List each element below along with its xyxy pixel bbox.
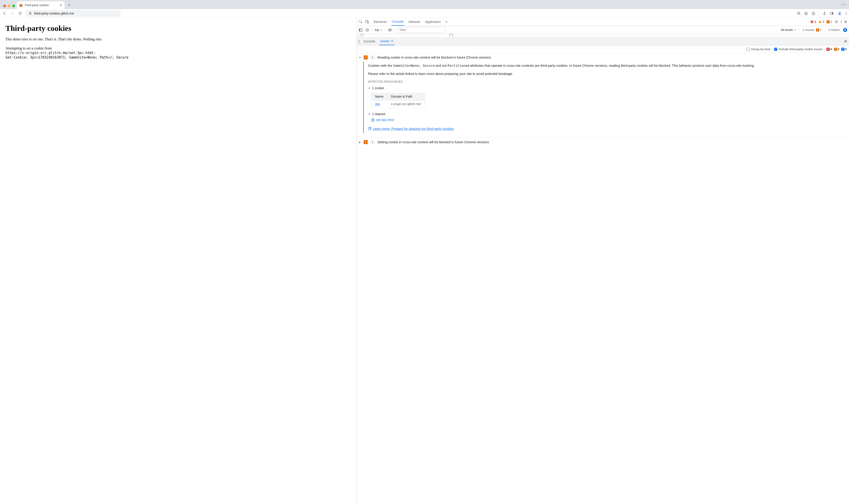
separator (819, 11, 819, 15)
filter-input[interactable] (398, 27, 445, 33)
issues-warn-count: !2 (834, 48, 839, 51)
group-by-kind-checkbox[interactable]: Group by kind (746, 48, 770, 51)
code-line-2: Set-Cookie: 3pc=1703240163971; SameSite=… (5, 55, 351, 59)
svg-point-11 (846, 13, 847, 14)
issue-paragraph-2: Please refer to the article linked to le… (368, 71, 846, 76)
gear-icon[interactable] (834, 20, 838, 24)
devtools-close-icon[interactable] (844, 20, 847, 23)
forward-button[interactable] (10, 11, 15, 16)
disclosure-triangle-icon[interactable]: ▼ (359, 56, 361, 59)
kebab-menu-icon[interactable] (846, 12, 847, 15)
page-title: Third-party cookies (5, 24, 351, 33)
sidebar-toggle-icon[interactable] (359, 28, 363, 32)
drawer-kebab-icon[interactable] (359, 39, 359, 43)
drawer-close-icon[interactable] (844, 40, 847, 43)
window-maximize-button[interactable] (12, 4, 15, 7)
bookmark-icon[interactable] (804, 12, 808, 15)
issue-paragraph-1: Cookies with the SameSite=None; Secure a… (368, 63, 846, 68)
include-3pc-checkbox[interactable]: ✓Include third-party cookie issues (774, 48, 823, 51)
svg-point-30 (359, 42, 359, 43)
device-toggle-icon[interactable] (365, 20, 369, 24)
svg-point-22 (841, 22, 842, 23)
requests-disclosure[interactable]: ▼1 request (368, 112, 846, 117)
console-settings-icon[interactable]: ⚙ (843, 28, 847, 32)
svg-point-10 (846, 12, 847, 13)
window-buttons (2, 4, 17, 9)
console-toolbar: top All levels 2 Issues: !2 3 hidden ⚙ (357, 26, 849, 34)
issues-body: ▼ ! 1 Reading cookie in cross-site conte… (357, 53, 849, 504)
hidden-count[interactable]: 3 hidden (828, 28, 840, 32)
devtools-tabs: Elements Console Network Application » 1… (357, 18, 849, 26)
issue-2-header[interactable]: ▶ ! 1 Setting cookie in cross-site conte… (357, 139, 849, 145)
request-link[interactable]: set-3pc.html (371, 118, 846, 122)
cookie-table-header-name: Name (371, 93, 387, 100)
drawer-tab-console[interactable]: Console (363, 37, 376, 45)
sidepanel-icon[interactable] (830, 12, 834, 15)
profile-avatar[interactable] (837, 11, 842, 16)
cookie-table: Name Domain & Path 3pc x-origin-src.glit… (371, 93, 425, 108)
code-line-1: https://x-origin-src.glitch.me/set-3pc.h… (5, 51, 351, 55)
tab-close-icon[interactable]: ✕ (59, 3, 62, 7)
tab-application[interactable]: Application (425, 18, 441, 26)
learn-more-link[interactable]: Learn more: Prepare for phasing out thir… (368, 126, 846, 131)
tab-console[interactable]: Console (391, 18, 404, 26)
breaking-change-icon: ! (364, 55, 368, 59)
tab-strip: 🍪 Third-party cookies ✕ + (0, 0, 849, 9)
issues-info-count: i0 (841, 48, 847, 51)
window-close-button[interactable] (3, 4, 6, 7)
svg-point-5 (30, 13, 31, 14)
window-minimize-button[interactable] (8, 4, 11, 7)
page-intro: This demo tries to set one. That's it. T… (5, 37, 351, 41)
drawer-tab-issues[interactable]: Issues ✕ (379, 37, 394, 45)
error-count[interactable]: 1 (810, 20, 816, 24)
svg-point-4 (30, 12, 31, 13)
svg-rect-15 (367, 21, 369, 23)
tab-title: Third-party cookies (24, 4, 49, 7)
back-button[interactable] (2, 11, 7, 16)
svg-rect-8 (832, 12, 833, 15)
cookie-name-link[interactable]: 3pc (371, 101, 387, 108)
clear-console-icon[interactable] (366, 28, 369, 32)
drawer-tabs: Console Issues ✕ (357, 37, 849, 46)
svg-rect-24 (359, 29, 360, 31)
cookies-disclosure[interactable]: ▼1 cookie (368, 86, 846, 91)
disclosure-triangle-icon[interactable]: ▶ (359, 141, 361, 143)
svg-point-28 (359, 40, 359, 40)
issues-toolbar: Group by kind ✓Include third-party cooki… (357, 46, 849, 53)
drawer-tab-close-icon[interactable]: ✕ (391, 39, 393, 43)
tab-network[interactable]: Network (408, 18, 421, 26)
hidden-settings-strip (357, 34, 849, 37)
devtools-panel: Elements Console Network Application » 1… (357, 18, 849, 504)
tab-elements[interactable]: Elements (373, 18, 387, 26)
extensions-icon[interactable] (812, 12, 815, 15)
zoom-icon[interactable] (797, 12, 801, 15)
browser-tab[interactable]: 🍪 Third-party cookies ✕ (17, 1, 65, 9)
svg-point-26 (388, 29, 392, 31)
new-tab-button[interactable]: + (66, 2, 72, 8)
issues-label[interactable]: 2 Issues: !2 (803, 28, 822, 32)
levels-select[interactable]: All levels (781, 28, 796, 32)
warning-count[interactable]: 2 (818, 20, 825, 24)
devtools-kebab-icon[interactable] (841, 20, 842, 24)
svg-rect-17 (820, 21, 820, 22)
issues-count[interactable]: !2 (827, 20, 832, 24)
more-tabs-icon[interactable]: » (445, 20, 447, 24)
cookie-favicon-icon: 🍪 (19, 3, 23, 7)
breaking-change-icon: ! (364, 140, 368, 144)
reload-button[interactable] (18, 11, 22, 16)
affected-resources-heading: AFFECTED RESOURCES (368, 80, 846, 84)
issue-1-title: Reading cookie in cross-site context wil… (377, 56, 491, 59)
live-expression-icon[interactable] (388, 29, 392, 31)
labs-icon[interactable] (823, 12, 826, 15)
svg-point-19 (836, 21, 837, 22)
cookie-table-header-domain: Domain & Path (387, 93, 416, 100)
inspect-element-icon[interactable] (359, 20, 363, 24)
chevron-down-icon[interactable] (841, 2, 846, 7)
site-settings-icon[interactable] (29, 12, 32, 15)
issue-1-header[interactable]: ▼ ! 1 Reading cookie in cross-site conte… (357, 54, 849, 61)
context-select[interactable]: top (375, 28, 382, 32)
page-content: Third-party cookies This demo tries to s… (0, 18, 357, 504)
issue-count-badge: 1 (370, 140, 375, 144)
omnibox[interactable]: third-party-cookies.glitch.me (25, 10, 121, 17)
svg-point-27 (389, 29, 390, 31)
